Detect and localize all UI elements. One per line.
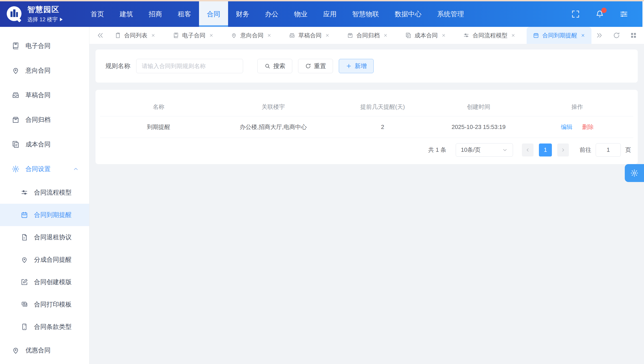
main-area: 电子合同 意向合同 草稿合同 合同归档 成本合同 合同设置 [0, 27, 644, 364]
cell-days: 2 [330, 116, 436, 138]
nav-item-contract[interactable]: 合同 [199, 1, 228, 27]
tab-label: 合同流程模型 [472, 32, 507, 39]
prev-page-button[interactable] [522, 143, 534, 156]
close-icon[interactable] [511, 33, 516, 38]
building-selector[interactable]: 选择 12 楼宇 [27, 16, 62, 23]
page-body: 规则名称 搜索 重置 新增 [90, 44, 644, 364]
app-shell: 智慧园区 选择 12 楼宇 首页 建筑 招商 租客 合同 财务 办公 物业 应用… [0, 1, 644, 364]
reset-button[interactable]: 重置 [298, 59, 333, 73]
docs-icon [405, 32, 412, 39]
bell-icon[interactable] [595, 10, 604, 19]
gear-icon [630, 169, 639, 177]
settings-fab[interactable] [625, 164, 644, 182]
box-icon [12, 116, 20, 124]
tab-expiry-reminder[interactable]: 合同到期提醒 [526, 27, 592, 44]
pin-plus-icon [12, 67, 20, 75]
close-icon[interactable] [442, 33, 446, 38]
chevron-left-icon [525, 147, 530, 153]
sidebar-subitem-flow-model[interactable]: 合同流程模型 [0, 181, 89, 204]
document-icon [20, 234, 28, 241]
sidebar-subitem-lease-termination[interactable]: 合同退租协议 [0, 226, 89, 249]
nav-item-investment[interactable]: 招商 [141, 1, 170, 27]
next-page-button[interactable] [557, 143, 569, 156]
goto-page-input[interactable] [596, 143, 621, 157]
nav-item-tenant[interactable]: 租客 [170, 1, 199, 27]
sidebar-item-draft-contract[interactable]: 草稿合同 [0, 83, 89, 107]
sidebar-item-discount-contract[interactable]: 优惠合同 [0, 338, 89, 363]
chevron-up-icon [73, 166, 79, 172]
close-icon[interactable] [267, 33, 272, 38]
refresh-icon[interactable] [613, 32, 620, 39]
top-header: 智慧园区 选择 12 楼宇 首页 建筑 招商 租客 合同 财务 办公 物业 应用… [0, 1, 642, 27]
grid-icon[interactable] [630, 32, 637, 39]
sidebar-subitem-create-template[interactable]: 合同创建模版 [0, 271, 89, 293]
search-button[interactable]: 搜索 [258, 59, 292, 73]
sidebar-subitem-share-reminder[interactable]: 分成合同提醒 [0, 249, 89, 271]
nav-item-iot[interactable]: 智慧物联 [344, 1, 387, 27]
sidebar-item-electronic-contract[interactable]: 电子合同 [0, 34, 89, 58]
close-icon[interactable] [209, 33, 214, 38]
sidebar-subitem-label: 合同流程模型 [34, 188, 72, 197]
add-button[interactable]: 新增 [339, 59, 374, 73]
current-page-button[interactable]: 1 [539, 143, 552, 156]
sidebar-subitem-print-template[interactable]: 合同打印模板 [0, 293, 89, 316]
close-icon[interactable] [581, 33, 585, 38]
plus-icon [346, 63, 352, 69]
nav-item-finance[interactable]: 财务 [228, 1, 257, 27]
pen-square-icon [20, 278, 28, 286]
sidebar-subitem-clause-type[interactable]: 合同条款类型 [0, 316, 89, 338]
sidebar-item-label: 优惠合同 [26, 346, 50, 354]
tab-intention-contract[interactable]: 意向合同 [224, 27, 278, 44]
tab-label: 草稿合同 [298, 32, 322, 39]
reset-icon [305, 63, 311, 69]
col-created: 创建时间 [436, 98, 522, 116]
pagination: 共 1 条 10条/页 1 前往 [100, 143, 633, 157]
cell-buildings: 办公楼,招商大厅,电商中心 [217, 116, 330, 138]
chevrons-right-icon[interactable] [596, 32, 603, 39]
sidebar-item-intention-contract[interactable]: 意向合同 [0, 58, 89, 83]
main-nav: 首页 建筑 招商 租客 合同 财务 办公 物业 应用 智慧物联 数据中心 系统管… [83, 1, 472, 27]
close-icon[interactable] [325, 33, 330, 38]
nav-item-apps[interactable]: 应用 [315, 1, 344, 27]
tab-contract-list[interactable]: 合同列表 [108, 27, 162, 44]
sidebar-item-cost-contract[interactable]: 成本合同 [0, 132, 89, 157]
tab-draft-contract[interactable]: 草稿合同 [283, 27, 336, 44]
fullscreen-icon[interactable] [571, 10, 580, 19]
brand: 智慧园区 选择 12 楼宇 [0, 1, 74, 27]
print-template-icon [20, 301, 28, 308]
tab-electronic-contract[interactable]: 电子合同 [166, 27, 220, 44]
notification-badge [601, 8, 607, 13]
tab-flow-model[interactable]: 合同流程模型 [457, 27, 522, 44]
sidebar-item-label: 合同归档 [26, 115, 50, 124]
tray-icon [12, 91, 20, 99]
delete-link[interactable]: 删除 [582, 124, 594, 130]
nav-item-home[interactable]: 首页 [83, 1, 112, 27]
sidebar-subitem-label: 合同退租协议 [34, 233, 72, 242]
app-title: 智慧园区 [27, 5, 62, 14]
sidebar-subitem-label: 分成合同提醒 [34, 255, 72, 264]
close-icon[interactable] [151, 33, 156, 38]
tab-cost-contract[interactable]: 成本合同 [399, 27, 452, 44]
page-size-select[interactable]: 10条/页 [456, 143, 513, 157]
adjustments-icon[interactable] [619, 10, 628, 19]
rule-name-input[interactable] [136, 59, 243, 73]
header-actions [571, 1, 642, 27]
tab-contract-archive[interactable]: 合同归档 [341, 27, 394, 44]
nav-item-office[interactable]: 办公 [257, 1, 286, 27]
edit-link[interactable]: 编辑 [561, 124, 572, 130]
chevrons-left-icon[interactable] [96, 31, 104, 39]
nav-item-system[interactable]: 系统管理 [429, 1, 472, 27]
nav-item-property[interactable]: 物业 [286, 1, 315, 27]
chevron-down-icon [502, 147, 508, 153]
clipboard-icon [115, 32, 121, 39]
sidebar-item-contract-settings[interactable]: 合同设置 [0, 157, 89, 181]
sidebar: 电子合同 意向合同 草稿合同 合同归档 成本合同 合同设置 [0, 27, 90, 364]
gear-icon [12, 165, 20, 173]
sidebar-item-label: 草稿合同 [26, 91, 50, 99]
cell-actions: 编辑 删除 [521, 116, 633, 138]
close-icon[interactable] [383, 33, 388, 38]
sidebar-subitem-expiry-reminder[interactable]: 合同到期提醒 [0, 204, 89, 226]
nav-item-building[interactable]: 建筑 [112, 1, 141, 27]
sidebar-item-contract-archive[interactable]: 合同归档 [0, 107, 89, 132]
nav-item-datacenter[interactable]: 数据中心 [387, 1, 429, 27]
